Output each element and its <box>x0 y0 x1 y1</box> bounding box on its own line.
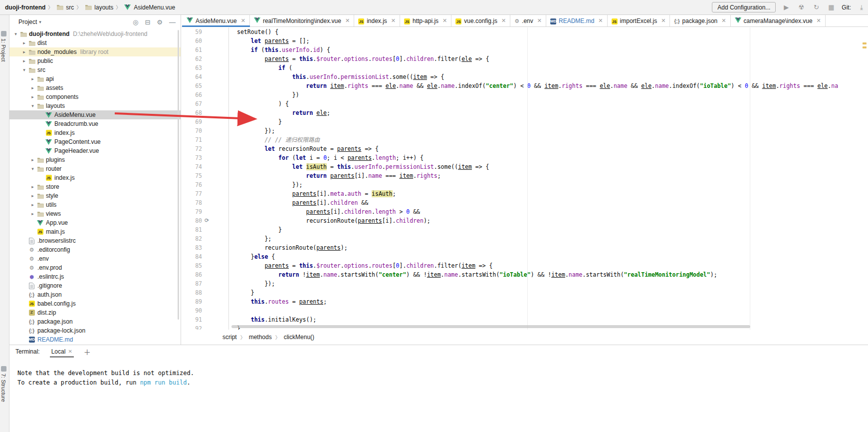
line-number[interactable]: 59 <box>182 27 202 36</box>
line-number[interactable]: 90 <box>182 306 202 315</box>
tree-item[interactable]: ▸public <box>9 56 181 65</box>
chevron-right-icon[interactable]: ▸ <box>21 58 27 63</box>
tree-item[interactable]: ▾layouts <box>9 101 181 110</box>
editor-tab[interactable]: realTimeMonitoring\index.vue✕ <box>250 15 354 26</box>
chevron-right-icon[interactable]: ▸ <box>29 211 36 216</box>
tree-item[interactable]: ⚙.editorconfig <box>9 245 181 254</box>
code-line[interactable]: 61 if (this.userInfo.id) { <box>182 45 868 54</box>
tree-item[interactable]: Breadcrumb.vue <box>9 119 181 128</box>
code-line[interactable]: 62 parents = this.$router.options.routes… <box>182 54 868 63</box>
tree-item[interactable]: AsideMenu.vue <box>9 110 181 119</box>
code-line[interactable]: 65 return item.rights === ele.name && el… <box>182 81 868 90</box>
close-icon[interactable]: ✕ <box>598 17 603 24</box>
debug-icon[interactable]: ☢ <box>797 3 806 12</box>
tree-item[interactable]: ▸plugins <box>9 155 181 164</box>
line-number[interactable]: 67 <box>182 99 202 108</box>
code-line[interactable]: 90 <box>182 306 868 315</box>
tree-item[interactable]: {;}package.json <box>9 317 181 326</box>
line-number[interactable]: 86 <box>182 270 202 279</box>
new-terminal-icon[interactable]: ＋ <box>84 347 91 357</box>
line-number[interactable]: 72 <box>182 144 202 153</box>
line-number[interactable]: 70 <box>182 126 202 135</box>
line-number[interactable]: 77 <box>182 189 202 198</box>
tree-item[interactable]: PageHeader.vue <box>9 146 181 155</box>
line-number[interactable]: 64 <box>182 72 202 81</box>
tree-item[interactable]: ▸store <box>9 182 181 191</box>
line-number[interactable]: 87 <box>182 279 202 288</box>
line-number[interactable]: 66 <box>182 90 202 99</box>
tree-item[interactable]: JSbabel.config.js <box>9 299 181 308</box>
terminal-output[interactable]: Note that the development build is not o… <box>9 358 868 387</box>
chevron-down-icon[interactable]: ▾ <box>12 31 19 36</box>
line-number[interactable]: 75 <box>182 171 202 180</box>
tree-item[interactable]: JSmain.js <box>9 227 181 236</box>
breadcrumb-item[interactable]: methods <box>249 334 272 341</box>
tree-item[interactable]: ▸style <box>9 191 181 200</box>
tool-window-project[interactable]: 1: Project <box>0 30 6 61</box>
tree-item[interactable]: ▾src <box>9 65 181 74</box>
line-number[interactable]: 61 <box>182 45 202 54</box>
breadcrumb-item[interactable]: layouts <box>84 4 113 11</box>
editor-tab[interactable]: {;}package.json✕ <box>670 15 730 26</box>
tree-item[interactable]: .browserslistrc <box>9 236 181 245</box>
close-icon[interactable]: ✕ <box>241 17 245 24</box>
editor-tab[interactable]: JSvue.config.js✕ <box>451 15 510 26</box>
chevron-right-icon[interactable]: ▸ <box>29 202 36 207</box>
line-number[interactable]: 60 <box>182 36 202 45</box>
code-line[interactable]: 66 }) <box>182 90 868 99</box>
close-icon[interactable]: ✕ <box>817 17 821 24</box>
code-line[interactable]: 87 }); <box>182 279 868 288</box>
line-number[interactable]: 73 <box>182 153 202 162</box>
line-number[interactable]: 92 <box>182 324 202 330</box>
code-line[interactable]: 72 let recursionRoute = parents => { <box>182 144 868 153</box>
editor-tab[interactable]: ⚙.env✕ <box>510 15 546 26</box>
inspection-mark[interactable] <box>863 42 867 44</box>
breadcrumb-item[interactable]: script <box>222 334 237 341</box>
line-number[interactable]: 63 <box>182 63 202 72</box>
editor-tab[interactable]: JSindex.js✕ <box>354 15 400 26</box>
settings-gear-icon[interactable]: ⚙ <box>157 18 163 26</box>
line-number[interactable]: 71 <box>182 135 202 144</box>
editor-tab[interactable]: JSimportExcel.js✕ <box>608 15 670 26</box>
chevron-right-icon[interactable]: ▸ <box>29 184 36 189</box>
code-line[interactable]: 83 recursionRoute(parents); <box>182 243 868 252</box>
tree-item[interactable]: {;}package-lock.json <box>9 326 181 335</box>
tool-window-structure[interactable]: 7: Structure <box>0 365 6 402</box>
code-line[interactable]: 64 this.userInfo.permissionList.some((it… <box>182 72 868 81</box>
tree-item[interactable]: App.vue <box>9 218 181 227</box>
code-line[interactable]: 63 if ( <box>182 63 868 72</box>
tree-item[interactable]: JSindex.js <box>9 173 181 182</box>
chevron-right-icon[interactable]: ▸ <box>29 94 36 99</box>
code-line[interactable]: 79 parents[i].children.length > 0 && <box>182 207 868 216</box>
code-line[interactable]: 84 }else { <box>182 252 868 261</box>
tree-item[interactable]: {;}auth.json <box>9 290 181 299</box>
tree-item[interactable]: ▸api <box>9 74 181 83</box>
line-number[interactable]: 78 <box>182 198 202 207</box>
line-number[interactable]: 80 <box>182 216 202 225</box>
close-icon[interactable]: ✕ <box>68 349 72 354</box>
code-line[interactable]: 74 let isAuth = this.userInfo.permission… <box>182 162 868 171</box>
tree-item[interactable]: PageContent.vue <box>9 137 181 146</box>
breadcrumb-item[interactable]: AsideMenu.vue <box>123 4 175 11</box>
code-line[interactable]: 68 return ele; <box>182 108 868 117</box>
chevron-right-icon[interactable]: ▸ <box>29 85 36 90</box>
tree-item[interactable]: ▸utils <box>9 200 181 209</box>
line-number[interactable]: 69 <box>182 117 202 126</box>
line-number[interactable]: 74 <box>182 162 202 171</box>
tree-item[interactable]: ▾router <box>9 164 181 173</box>
stop-icon[interactable]: ▦ <box>827 3 836 12</box>
code-line[interactable]: 73 for (let i = 0; i < parents.length; i… <box>182 153 868 162</box>
code-line[interactable]: 75 return parents[i].name === item.right… <box>182 171 868 180</box>
close-icon[interactable]: ✕ <box>537 17 542 24</box>
close-icon[interactable]: ✕ <box>721 17 726 24</box>
chevron-right-icon[interactable]: ▸ <box>21 49 27 54</box>
line-number[interactable]: 76 <box>182 180 202 189</box>
tree-item[interactable]: JSindex.js <box>9 128 181 137</box>
editor-tab[interactable]: JShttp-api.js✕ <box>400 15 451 26</box>
tree-item[interactable]: ▸node_moduleslibrary root <box>9 47 181 56</box>
hide-panel-icon[interactable]: — <box>169 18 176 26</box>
code-line[interactable]: 69 } <box>182 117 868 126</box>
breadcrumb-item[interactable]: clickMenu() <box>284 334 314 341</box>
horizontal-scrollbar[interactable] <box>231 325 750 328</box>
run-icon[interactable]: ▶ <box>782 3 791 12</box>
